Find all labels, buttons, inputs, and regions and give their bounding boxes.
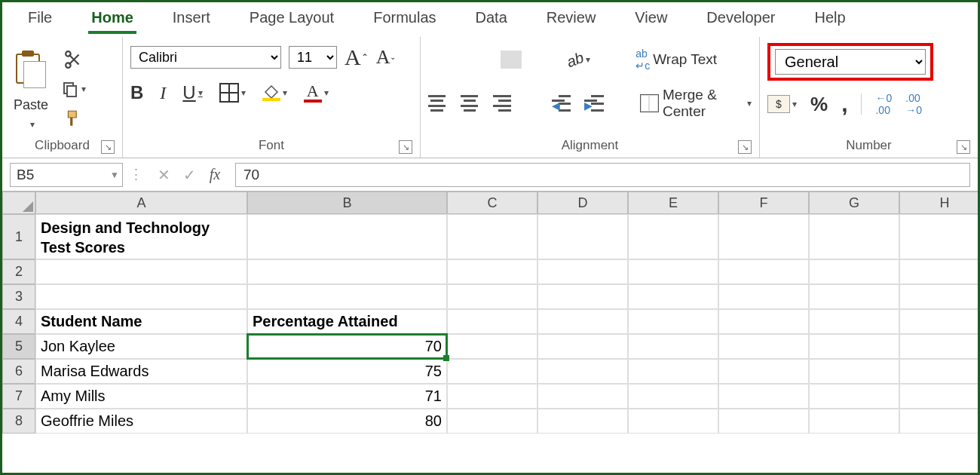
name-box[interactable]: B5▼ (10, 163, 123, 187)
tab-review[interactable]: Review (544, 6, 599, 34)
increase-font-button[interactable]: A⌃ (345, 46, 369, 69)
cell-C4[interactable] (447, 309, 537, 334)
cell-D5[interactable] (537, 334, 628, 359)
cell-B4[interactable]: Percentage Attained (247, 309, 447, 334)
col-header-E[interactable]: E (628, 192, 718, 214)
cell-F5[interactable] (718, 334, 809, 359)
cell-H5[interactable] (899, 334, 980, 359)
cell-H4[interactable] (899, 309, 980, 334)
cell-D7[interactable] (537, 384, 628, 409)
cell-H2[interactable] (899, 259, 980, 284)
cell-A4[interactable]: Student Name (35, 309, 247, 334)
cell-A1[interactable]: Design and Technology Test Scores (35, 214, 247, 259)
cell-G7[interactable] (809, 384, 899, 409)
cell-A3[interactable] (35, 284, 247, 309)
row-header-1[interactable]: 1 (2, 214, 35, 259)
row-header-2[interactable]: 2 (2, 259, 35, 284)
accept-formula-button[interactable]: ✓ (176, 166, 202, 184)
cell-E6[interactable] (628, 359, 718, 384)
row-header-6[interactable]: 6 (2, 359, 35, 384)
row-header-4[interactable]: 4 (2, 309, 35, 334)
font-name-select[interactable]: Calibri (130, 46, 281, 69)
decrease-font-button[interactable]: A⌄ (376, 48, 397, 67)
tab-home[interactable]: Home (88, 6, 136, 34)
cell-G5[interactable] (809, 334, 899, 359)
name-box-handle[interactable]: ⋮ (123, 166, 151, 183)
cell-G1[interactable] (809, 214, 899, 259)
cell-H3[interactable] (899, 284, 980, 309)
cell-F1[interactable] (718, 214, 809, 259)
col-header-F[interactable]: F (718, 192, 809, 214)
col-header-G[interactable]: G (809, 192, 899, 214)
paste-button[interactable]: Paste ▾ (10, 49, 52, 130)
cell-C8[interactable] (447, 409, 537, 434)
cell-A5[interactable]: Jon Kaylee (35, 334, 247, 359)
col-header-C[interactable]: C (447, 192, 537, 214)
col-header-B[interactable]: B (247, 192, 447, 214)
dialog-launcher-clipboard[interactable]: ↘ (101, 140, 115, 154)
align-bottom-button[interactable] (501, 51, 522, 69)
cell-B7[interactable]: 71 (247, 384, 447, 409)
underline-button[interactable]: U (182, 82, 202, 103)
tab-insert[interactable]: Insert (170, 6, 213, 34)
cell-B8[interactable]: 80 (247, 409, 447, 434)
cell-F8[interactable] (718, 409, 809, 434)
cell-D4[interactable] (537, 309, 628, 334)
tab-view[interactable]: View (632, 6, 670, 34)
cell-B2[interactable] (247, 259, 447, 284)
cell-G2[interactable] (809, 259, 899, 284)
number-format-select[interactable]: General (775, 49, 926, 75)
cell-D3[interactable] (537, 284, 628, 309)
tab-developer[interactable]: Developer (703, 6, 778, 34)
tab-page-layout[interactable]: Page Layout (247, 6, 337, 34)
align-right-button[interactable] (493, 95, 510, 112)
cell-F4[interactable] (718, 309, 809, 334)
col-header-D[interactable]: D (537, 192, 628, 214)
cell-A6[interactable]: Marisa Edwards (35, 359, 247, 384)
fill-color-button[interactable] (262, 84, 287, 101)
row-header-3[interactable]: 3 (2, 284, 35, 309)
align-center-button[interactable] (461, 95, 478, 112)
wrap-text-button[interactable]: ab↵cWrap Text (635, 48, 717, 72)
cell-B3[interactable] (247, 284, 447, 309)
cell-F3[interactable] (718, 284, 809, 309)
dialog-launcher-alignment[interactable]: ↘ (738, 140, 752, 154)
cell-D8[interactable] (537, 409, 628, 434)
cell-E7[interactable] (628, 384, 718, 409)
cell-A2[interactable] (35, 259, 247, 284)
cell-C2[interactable] (447, 259, 537, 284)
col-header-H[interactable]: H (899, 192, 980, 214)
tab-file[interactable]: File (25, 6, 55, 34)
percent-button[interactable]: % (810, 93, 828, 116)
cell-G8[interactable] (809, 409, 899, 434)
cell-B1[interactable] (247, 214, 447, 259)
cell-B6[interactable]: 75 (247, 359, 447, 384)
cell-E1[interactable] (628, 214, 718, 259)
decrease-indent-button[interactable]: ◀ (553, 95, 571, 112)
row-header-7[interactable]: 7 (2, 384, 35, 409)
tab-formulas[interactable]: Formulas (370, 6, 439, 34)
cell-H7[interactable] (899, 384, 980, 409)
cell-H6[interactable] (899, 359, 980, 384)
cell-F6[interactable] (718, 359, 809, 384)
cell-C7[interactable] (447, 384, 537, 409)
row-header-5[interactable]: 5 (2, 334, 35, 359)
select-all-corner[interactable] (2, 192, 35, 214)
cell-A8[interactable]: Geoffrie Miles (35, 409, 247, 434)
align-left-button[interactable] (428, 95, 446, 112)
increase-decimal-button[interactable]: ←0.00 (875, 92, 892, 116)
cell-G4[interactable] (809, 309, 899, 334)
comma-button[interactable]: , (841, 91, 847, 117)
cell-G3[interactable] (809, 284, 899, 309)
cell-A7[interactable]: Amy Mills (35, 384, 247, 409)
cell-F2[interactable] (718, 259, 809, 284)
cell-E3[interactable] (628, 284, 718, 309)
align-top-button[interactable] (428, 51, 449, 69)
cell-G6[interactable] (809, 359, 899, 384)
cell-E2[interactable] (628, 259, 718, 284)
font-color-button[interactable]: A (304, 83, 329, 103)
cell-D1[interactable] (537, 214, 628, 259)
col-header-A[interactable]: A (35, 192, 247, 214)
dialog-launcher-font[interactable]: ↘ (399, 140, 412, 154)
cell-D6[interactable] (537, 359, 628, 384)
